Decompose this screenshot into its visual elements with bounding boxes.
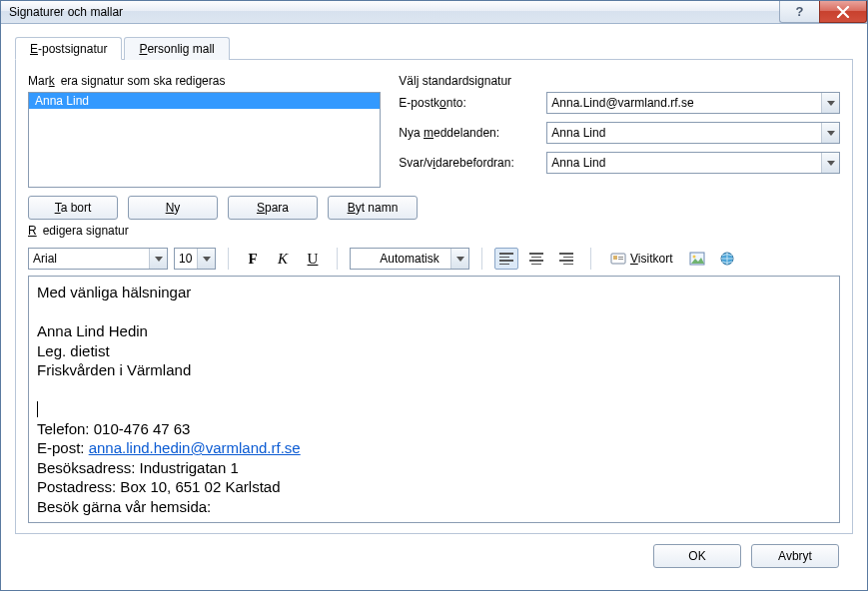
- group-select-signature: Markera signatur som ska redigeras: [28, 74, 381, 88]
- tab-strip: E-postsignatur Personlig mall: [15, 36, 853, 60]
- editor-area: Med vänliga hälsningar Anna Lind Hedin L…: [28, 276, 840, 523]
- group-edit-signature: Redigera signatur: [28, 224, 840, 238]
- save-button[interactable]: Spara: [228, 196, 318, 220]
- business-card-icon: [610, 251, 626, 267]
- titlebar: Signaturer och mallar ?: [1, 1, 867, 24]
- new-messages-combo[interactable]: Anna Lind: [546, 122, 840, 144]
- close-button[interactable]: [819, 1, 867, 23]
- svg-rect-1: [613, 256, 617, 260]
- signature-editor[interactable]: Med vänliga hälsningar Anna Lind Hedin L…: [29, 277, 839, 522]
- delete-button[interactable]: Ta bort: [28, 196, 118, 220]
- insert-hyperlink-button[interactable]: [715, 248, 739, 270]
- email-account-label: E-postkonto:: [399, 96, 538, 110]
- italic-button[interactable]: K: [271, 248, 295, 270]
- chevron-down-icon: [450, 249, 468, 269]
- editor-toolbar: Arial 10 F K U Automatisk: [28, 242, 840, 276]
- content-area: E-postsignatur Personlig mall Markera si…: [1, 24, 867, 590]
- align-right-button[interactable]: [554, 248, 578, 270]
- window-title: Signaturer och mallar: [9, 5, 123, 19]
- align-center-button[interactable]: [524, 248, 548, 270]
- chevron-down-icon: [821, 123, 839, 143]
- list-item[interactable]: Anna Lind: [29, 93, 380, 109]
- font-family-combo[interactable]: Arial: [28, 248, 168, 270]
- dialog-footer: OK Avbryt: [15, 534, 853, 580]
- svg-rect-3: [618, 259, 623, 260]
- signature-listbox[interactable]: Anna Lind: [28, 92, 381, 188]
- new-messages-label: Nya meddelanden:: [399, 126, 538, 140]
- separator: [481, 248, 482, 270]
- close-icon: [836, 6, 850, 18]
- chevron-down-icon: [149, 249, 167, 269]
- window-buttons: ?: [779, 1, 867, 23]
- chevron-down-icon: [821, 93, 839, 113]
- separator: [590, 248, 591, 270]
- svg-point-5: [693, 256, 696, 259]
- underline-button[interactable]: U: [301, 248, 325, 270]
- tab-body: Markera signatur som ska redigeras Anna …: [15, 60, 853, 534]
- bold-button[interactable]: F: [241, 248, 265, 270]
- cancel-button[interactable]: Avbryt: [751, 544, 839, 568]
- align-left-button[interactable]: [494, 248, 518, 270]
- chevron-down-icon: [821, 153, 839, 173]
- hyperlink-icon: [719, 251, 735, 267]
- separator: [228, 248, 229, 270]
- font-size-combo[interactable]: 10: [174, 248, 216, 270]
- dialog-window: Signaturer och mallar ? E-postsignatur P…: [0, 0, 868, 591]
- email-link[interactable]: anna.lind.hedin@varmland.rf.se: [89, 439, 301, 456]
- business-card-button[interactable]: Visitkort: [603, 248, 679, 270]
- svg-rect-2: [618, 257, 623, 258]
- email-account-combo[interactable]: Anna.Lind@varmland.rf.se: [546, 92, 840, 114]
- tab-personal-template[interactable]: Personlig mall: [124, 37, 229, 60]
- separator: [337, 248, 338, 270]
- group-default-signature: Välj standardsignatur: [399, 74, 840, 88]
- text-cursor: [37, 401, 38, 417]
- help-button[interactable]: ?: [779, 1, 819, 23]
- tab-email-signature[interactable]: E-postsignatur: [15, 37, 122, 60]
- image-icon: [689, 251, 705, 267]
- insert-image-button[interactable]: [685, 248, 709, 270]
- new-button[interactable]: Ny: [128, 196, 218, 220]
- font-color-combo[interactable]: Automatisk: [350, 248, 469, 270]
- reply-forward-label: Svar/vidarebefordran:: [399, 156, 538, 170]
- chevron-down-icon: [197, 249, 215, 269]
- ok-button[interactable]: OK: [653, 544, 741, 568]
- reply-forward-combo[interactable]: Anna Lind: [546, 152, 840, 174]
